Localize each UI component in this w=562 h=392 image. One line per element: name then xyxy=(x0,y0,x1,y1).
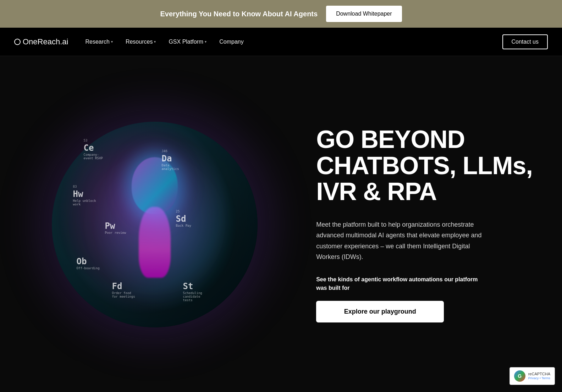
element-st: St Scheduling candidate tests xyxy=(183,281,208,302)
contact-us-button[interactable]: Contact us xyxy=(502,34,548,49)
nav-item-resources[interactable]: Resources ▾ xyxy=(126,39,156,45)
recaptcha-logo-icon: G xyxy=(514,370,525,382)
nav-link-gsx[interactable]: GSX Platform ▾ xyxy=(169,39,206,45)
nav-link-company[interactable]: Company xyxy=(219,39,243,45)
element-hw: 83 Hw Help unblock work xyxy=(73,189,98,206)
element-da: J46 Da Data analytics xyxy=(162,154,187,171)
recaptcha-links[interactable]: Privacy • Terms xyxy=(528,376,550,381)
element-sd: 25 Sd Back Pay xyxy=(176,214,191,227)
download-whitepaper-button[interactable]: Download Whitepaper xyxy=(326,6,402,22)
chevron-down-icon: ▾ xyxy=(154,40,156,44)
nav-item-research[interactable]: Research ▾ xyxy=(85,39,112,45)
hero-description: Meet the platform built to help organiza… xyxy=(316,219,494,263)
logo-circle-icon xyxy=(14,39,21,45)
hero-cta-text: See the kinds of agentic workflow automa… xyxy=(316,275,486,292)
recaptcha-badge: G reCAPTCHA Privacy • Terms xyxy=(509,367,555,385)
hero-visual: 53 Ce Company-event RSVP J46 Da Data ana… xyxy=(0,56,309,392)
element-ob: Ob Off-boarding xyxy=(77,256,100,270)
nav-link-resources[interactable]: Resources ▾ xyxy=(126,39,156,45)
recaptcha-text: reCAPTCHA Privacy • Terms xyxy=(528,371,550,381)
sphere-container: 53 Ce Company-event RSVP J46 Da Data ana… xyxy=(48,100,261,349)
nav-left: OneReach.ai Research ▾ Resources ▾ GSX P… xyxy=(14,37,244,46)
explore-playground-button[interactable]: Explore our playground xyxy=(316,301,444,322)
figure-body xyxy=(139,207,171,278)
top-banner: Everything You Need to Know About AI Age… xyxy=(0,0,562,28)
logo-text: OneReach.ai xyxy=(23,37,68,46)
nav-link-research[interactable]: Research ▾ xyxy=(85,39,112,45)
recaptcha-label: reCAPTCHA xyxy=(528,371,550,376)
hero-section: 53 Ce Company-event RSVP J46 Da Data ana… xyxy=(0,56,562,392)
element-fd: Fd Order food for meetings xyxy=(112,281,137,298)
banner-text: Everything You Need to Know About AI Age… xyxy=(160,10,318,18)
hero-title: GO BEYOND CHATBOTS, LLMs, IVR & RPA xyxy=(316,127,541,205)
element-ce: 53 Ce Company-event RSVP xyxy=(84,143,109,160)
chevron-down-icon: ▾ xyxy=(111,40,113,44)
nav-item-company[interactable]: Company xyxy=(219,39,243,45)
navbar: OneReach.ai Research ▾ Resources ▾ GSX P… xyxy=(0,28,562,56)
logo[interactable]: OneReach.ai xyxy=(14,37,68,46)
hero-content: GO BEYOND CHATBOTS, LLMs, IVR & RPA Meet… xyxy=(309,56,562,392)
chevron-down-icon: ▾ xyxy=(205,40,206,44)
element-pw: Pw Poor review xyxy=(105,221,126,234)
nav-item-gsx[interactable]: GSX Platform ▾ xyxy=(169,39,206,45)
nav-links: Research ▾ Resources ▾ GSX Platform ▾ Co… xyxy=(85,39,243,45)
